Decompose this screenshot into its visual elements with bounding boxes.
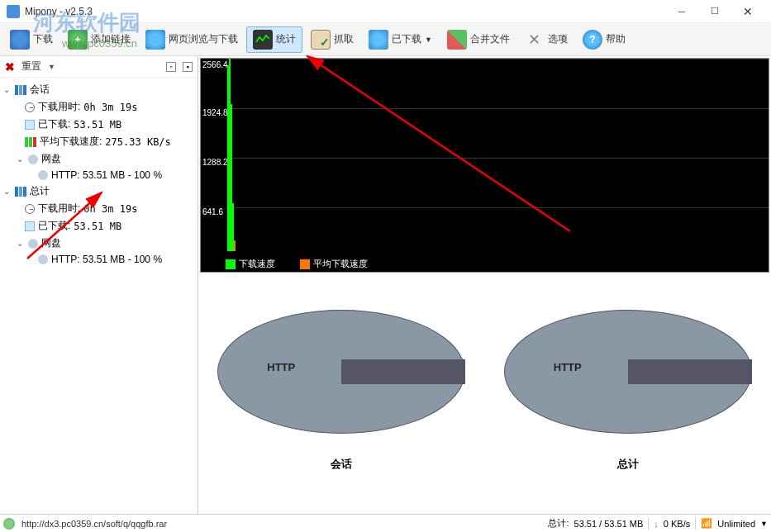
globe-icon — [3, 518, 15, 530]
app-icon — [7, 5, 20, 18]
statusbar: http://dx3.pc0359.cn/soft/q/qqgfb.rar 总计… — [0, 514, 771, 532]
pie-title: 会话 — [331, 457, 352, 478]
toolbar: 下载 + 添加链接 网页浏览与下载 统计 ✓ 抓取 ↓ 已下载 ▼ 合并文件 ✕… — [0, 23, 771, 56]
downloaded-value: 53.51 MB — [74, 119, 121, 131]
options-button[interactable]: ✕ 选项 — [518, 26, 574, 53]
close-button[interactable]: ✕ — [731, 2, 764, 21]
downloaded-label: 已下载: — [38, 117, 70, 131]
y-tick: 641.6 — [202, 207, 223, 216]
tree-netdisk[interactable]: ⌄ 网盘 — [2, 235, 196, 252]
stats-tree: ⌄ 会话 下载用时: 0h 3m 19s 已下载: 53.51 MB 平均下载速… — [0, 78, 198, 514]
legend-label: 下载速度 — [239, 258, 275, 270]
download-icon — [10, 30, 30, 50]
legend-avg-speed: 平均下载速度 — [300, 258, 368, 270]
collapse-icon[interactable]: ⌄ — [15, 239, 25, 248]
tree-download-time: 下载用时: 0h 3m 19s — [2, 200, 196, 217]
tree-total[interactable]: ⌄ 总计 — [2, 183, 196, 200]
chart-legend: 下载速度 平均下载速度 — [226, 258, 368, 270]
titlebar: Mipony - v2.5.3 ─ ☐ ✕ — [0, 0, 771, 23]
collapse-all-button[interactable]: ▪ — [183, 62, 193, 72]
pie-title: 总计 — [617, 457, 639, 478]
browse-download-label: 网页浏览与下载 — [169, 32, 238, 46]
tree-http-line: HTTP: 53.51 MB - 100 % — [2, 168, 196, 183]
puzzle-icon — [447, 30, 467, 50]
legend-color-box — [300, 259, 310, 269]
legend-label: 平均下载速度 — [313, 258, 368, 270]
http-value: HTTP: 53.51 MB - 100 % — [51, 254, 162, 265]
pie-slice-label: HTTP — [554, 361, 582, 373]
downloaded-value: 53.51 MB — [74, 221, 121, 232]
disk-icon — [28, 239, 38, 249]
help-button[interactable]: ? 帮助 — [576, 26, 632, 53]
pie-total: HTTP 总计 — [485, 274, 772, 514]
tree-netdisk[interactable]: ⌄ 网盘 — [2, 150, 196, 168]
options-label: 选项 — [548, 32, 568, 46]
downloaded-label: 已下载 — [392, 32, 421, 46]
reset-button[interactable]: 重置 — [21, 59, 41, 74]
statistics-button[interactable]: 统计 — [246, 26, 302, 53]
total-label: 总计: — [548, 517, 569, 530]
collapse-icon[interactable]: ⌄ — [15, 154, 25, 164]
downloaded-label: 已下载: — [38, 219, 70, 233]
pie-charts-area: HTTP 会话 HTTP 总计 — [198, 274, 771, 514]
speed-value: 0 KB/s — [664, 519, 690, 529]
y-tick: 2566.4 — [202, 60, 228, 69]
tree-session[interactable]: ⌄ 会话 — [2, 81, 196, 98]
expand-all-button[interactable]: ▫ — [166, 62, 176, 72]
download-box-icon — [25, 120, 35, 130]
clock-icon — [25, 204, 35, 214]
download-label: 下载 — [33, 32, 53, 46]
download-time-value: 0h 3m 19s — [83, 102, 137, 113]
tree-download-time: 下载用时: 0h 3m 19s — [2, 98, 196, 116]
total-label: 总计 — [30, 184, 50, 198]
minimize-button[interactable]: ─ — [665, 2, 698, 21]
y-tick: 1924.8 — [202, 108, 228, 117]
help-icon: ? — [583, 30, 602, 50]
clipboard-icon: ✓ — [311, 30, 331, 50]
download-box-icon — [25, 221, 35, 231]
merge-files-label: 合并文件 — [470, 32, 510, 46]
disk-icon — [38, 170, 48, 180]
pie-slice-label: HTTP — [267, 361, 295, 373]
downloaded-icon: ↓ — [369, 30, 388, 50]
http-value: HTTP: 53.51 MB - 100 % — [51, 169, 162, 181]
bars-icon — [15, 85, 26, 95]
chevron-down-icon[interactable]: ▼ — [760, 520, 768, 528]
tree-downloaded: 已下载: 53.51 MB — [2, 116, 196, 133]
statistics-label: 统计 — [276, 32, 296, 46]
download-time-label: 下载用时: — [38, 100, 80, 114]
downloaded-button[interactable]: ↓ 已下载 ▼ — [362, 26, 439, 53]
collapse-icon[interactable]: ⌄ — [2, 187, 12, 196]
total-value: 53.51 / 53.51 MB — [574, 519, 644, 529]
legend-download-speed: 下载速度 — [226, 258, 275, 270]
chevron-down-icon[interactable]: ▼ — [48, 63, 55, 71]
reset-x-icon[interactable]: ✖ — [5, 60, 15, 74]
download-button[interactable]: 下载 — [3, 26, 59, 53]
legend-color-box — [226, 259, 236, 269]
globe-icon — [145, 30, 165, 50]
collapse-icon[interactable]: ⌄ — [2, 85, 12, 94]
netdisk-label: 网盘 — [41, 236, 61, 250]
merge-files-button[interactable]: 合并文件 — [440, 26, 516, 53]
disk-icon — [28, 154, 38, 164]
down-arrow-icon: ↓ — [654, 519, 659, 529]
window-title: Mipony - v2.5.3 — [25, 6, 665, 17]
netdisk-label: 网盘 — [41, 152, 61, 166]
maximize-button[interactable]: ☐ — [698, 2, 731, 21]
plus-icon: + — [68, 30, 88, 50]
speed-chart: 2566.4 1924.8 1288.2 641.6 下载速度 — [200, 58, 769, 273]
sidebar-header: ✖ 重置 ▼ ▫ ▪ — [0, 56, 198, 78]
y-tick: 1288.2 — [202, 158, 228, 167]
status-url: http://dx3.pc0359.cn/soft/q/qqgfb.rar — [21, 519, 167, 529]
pie-chart: HTTP — [504, 310, 752, 450]
chevron-down-icon: ▼ — [425, 36, 432, 44]
add-link-button[interactable]: + 添加链接 — [61, 26, 137, 53]
tree-downloaded: 已下载: 53.51 MB — [2, 217, 196, 235]
capture-button[interactable]: ✓ 抓取 — [304, 26, 360, 53]
bars-icon — [15, 187, 26, 197]
unlimited-label: Unlimited — [717, 519, 755, 529]
browse-download-button[interactable]: 网页浏览与下载 — [139, 26, 245, 53]
download-time-label: 下载用时: — [38, 202, 80, 216]
avg-speed-value: 275.33 KB/s — [105, 136, 170, 148]
pie-chart: HTTP — [217, 310, 465, 450]
